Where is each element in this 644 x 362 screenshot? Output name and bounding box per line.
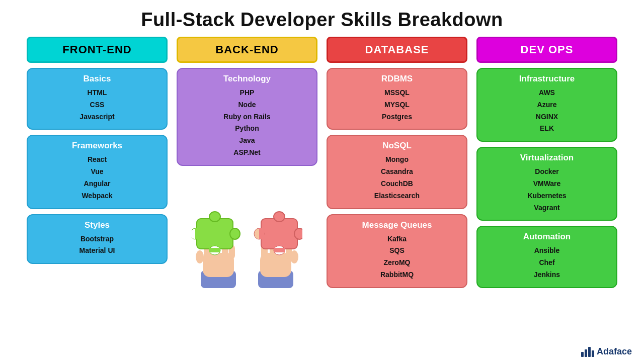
- devops-header: DEV OPS: [476, 37, 617, 63]
- svg-point-13: [196, 250, 204, 263]
- main-columns: FRONT-END Basics HTMLCSSJavascript Frame…: [0, 37, 644, 293]
- fe-styles-title: Styles: [32, 220, 163, 230]
- do-auto-items: AnsibleChefJenkins: [481, 245, 612, 281]
- do-infra-card: Infrastructure AWSAzureNGINXELK: [476, 68, 617, 142]
- db-rdbms-items: MSSQLMYSQLPostgres: [332, 87, 462, 123]
- adaface-text: Adaface: [597, 346, 632, 357]
- puzzle-svg: [192, 193, 302, 293]
- svg-rect-12: [195, 228, 200, 239]
- do-virt-title: Virtualization: [481, 153, 612, 163]
- db-nosql-items: MongoCasandraCouchDBElasticsearch: [332, 154, 462, 202]
- svg-rect-23: [259, 228, 264, 239]
- database-column: DATABASE RDBMS MSSQLMYSQLPostgres NoSQL …: [327, 37, 467, 293]
- be-tech-items: PHPNodeRuby on RailsPythonJavaASP.Net: [182, 87, 312, 159]
- be-tech-card: Technology PHPNodeRuby on RailsPythonJav…: [177, 68, 317, 166]
- svg-rect-20: [261, 219, 297, 249]
- database-header: DATABASE: [327, 37, 467, 63]
- db-mq-items: KafkaSQSZeroMQRabbitMQ: [332, 233, 462, 281]
- backend-column: BACK-END Technology PHPNodeRuby on Rails…: [177, 37, 317, 293]
- devops-column: DEV OPS Infrastructure AWSAzureNGINXELK …: [476, 37, 617, 293]
- db-nosql-title: NoSQL: [332, 141, 462, 151]
- do-infra-items: AWSAzureNGINXELK: [481, 87, 612, 135]
- svg-point-26: [294, 228, 302, 239]
- fe-frameworks-title: Frameworks: [32, 141, 163, 151]
- fe-frameworks-card: Frameworks ReactVueAngularWebpack: [27, 135, 168, 209]
- do-virt-card: Virtualization DockerVMWareKubernetesVag…: [476, 147, 617, 221]
- frontend-header: FRONT-END: [27, 37, 168, 63]
- fe-basics-card: Basics HTMLCSSJavascript: [27, 68, 168, 130]
- adaface-chart-icon: [581, 346, 594, 357]
- db-rdbms-title: RDBMS: [332, 74, 462, 84]
- db-mq-title: Message Queues: [332, 220, 462, 230]
- backend-header: BACK-END: [177, 37, 317, 63]
- fe-basics-items: HTMLCSSJavascript: [32, 87, 163, 123]
- db-mq-card: Message Queues KafkaSQSZeroMQRabbitMQ: [327, 214, 467, 288]
- svg-point-21: [274, 212, 285, 222]
- do-infra-title: Infrastructure: [481, 74, 612, 84]
- fe-styles-card: Styles BootstrapMaterial UI: [27, 214, 168, 264]
- fe-styles-items: BootstrapMaterial UI: [32, 233, 163, 257]
- fe-frameworks-items: ReactVueAngularWebpack: [32, 154, 163, 202]
- db-rdbms-card: RDBMS MSSQLMYSQLPostgres: [327, 68, 467, 130]
- svg-point-8: [230, 228, 240, 239]
- page-title: Full-Stack Developer Skills Breakdown: [0, 0, 644, 37]
- db-nosql-card: NoSQL MongoCasandraCouchDBElasticsearch: [327, 135, 467, 209]
- puzzle-illustration: [177, 171, 317, 293]
- svg-rect-25: [274, 248, 285, 252]
- svg-rect-10: [209, 248, 220, 252]
- svg-rect-6: [197, 219, 233, 249]
- do-auto-card: Automation AnsibleChefJenkins: [476, 226, 617, 288]
- adaface-logo: Adaface: [581, 346, 632, 357]
- svg-point-27: [290, 250, 298, 263]
- be-tech-title: Technology: [182, 74, 312, 84]
- frontend-column: FRONT-END Basics HTMLCSSJavascript Frame…: [27, 37, 168, 293]
- fe-basics-title: Basics: [32, 74, 163, 84]
- do-auto-title: Automation: [481, 232, 612, 242]
- do-virt-items: DockerVMWareKubernetesVagrant: [481, 166, 612, 214]
- svg-point-7: [209, 212, 220, 222]
